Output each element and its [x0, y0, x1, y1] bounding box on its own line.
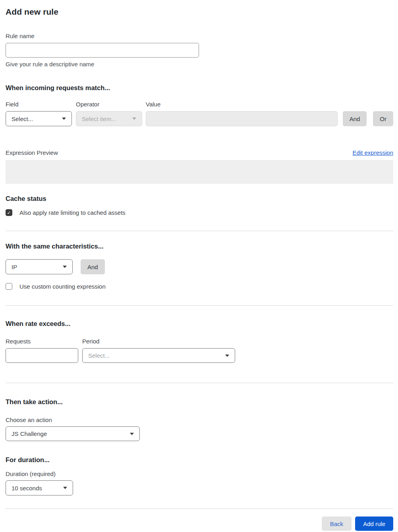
- field-select-value: Select...: [12, 116, 33, 122]
- value-column: Value: [146, 101, 338, 126]
- period-column: Period Select...: [82, 338, 235, 363]
- rule-name-block: Rule name Give your rule a descriptive n…: [6, 33, 393, 67]
- chevron-down-icon: [63, 266, 67, 268]
- field-column: Field Select...: [6, 101, 72, 126]
- period-select-value: Select...: [88, 352, 110, 359]
- operator-select: Select item...: [76, 111, 142, 126]
- section-heading-characteristics: With the same characteristics...: [6, 243, 393, 250]
- section-heading-cache: Cache status: [6, 195, 393, 202]
- value-input: [146, 111, 338, 126]
- rule-name-input[interactable]: [6, 43, 199, 58]
- period-select[interactable]: Select...: [82, 348, 235, 363]
- add-rule-button[interactable]: Add rule: [355, 517, 393, 531]
- duration-label: Duration (required): [6, 470, 393, 477]
- rule-name-label: Rule name: [6, 33, 393, 39]
- page-title: Add new rule: [6, 7, 393, 17]
- cache-assets-checkbox[interactable]: ✓: [6, 209, 12, 216]
- rule-name-helper: Give your rule a descriptive name: [6, 61, 393, 67]
- check-icon: ✓: [7, 210, 11, 215]
- operator-label: Operator: [76, 101, 142, 108]
- action-select[interactable]: JS Challenge: [6, 426, 140, 441]
- and-characteristic-button[interactable]: And: [81, 259, 105, 274]
- chevron-down-icon: [130, 433, 134, 435]
- field-select[interactable]: Select...: [6, 111, 72, 126]
- section-heading-rate: When rate exceeds...: [6, 320, 393, 328]
- cache-checkbox-row: ✓ Also apply rate limiting to cached ass…: [6, 209, 393, 216]
- form-footer: Back Add rule: [6, 517, 393, 532]
- period-label: Period: [82, 338, 235, 345]
- section-heading-match: When incoming requests match...: [6, 84, 393, 92]
- requests-column: Requests: [6, 338, 78, 363]
- duration-select[interactable]: 10 seconds: [6, 480, 73, 495]
- operator-column: Operator Select item...: [76, 101, 142, 126]
- expression-preview-label: Expression Preview: [6, 149, 58, 156]
- or-condition-button[interactable]: Or: [373, 111, 393, 126]
- and-condition-button[interactable]: And: [343, 111, 367, 126]
- counting-expression-row: Use custom counting expression: [6, 283, 393, 290]
- expression-preview-header: Expression Preview Edit expression: [6, 149, 393, 156]
- chevron-down-icon: [63, 487, 67, 489]
- chevron-down-icon: [225, 355, 229, 357]
- add-rule-form: Add new rule Rule name Give your rule a …: [0, 0, 398, 532]
- action-select-value: JS Challenge: [12, 430, 47, 437]
- custom-counting-checkbox[interactable]: [6, 283, 12, 290]
- action-label: Choose an action: [6, 416, 393, 423]
- field-label: Field: [6, 101, 72, 108]
- characteristic-select-value: IP: [12, 264, 17, 270]
- expression-preview-box: [6, 160, 393, 184]
- characteristic-select[interactable]: IP: [6, 259, 73, 274]
- back-button[interactable]: Back: [322, 517, 352, 531]
- edit-expression-link[interactable]: Edit expression: [352, 149, 393, 156]
- operator-select-value: Select item...: [82, 116, 116, 122]
- duration-select-value: 10 seconds: [12, 485, 42, 492]
- section-divider: [6, 509, 393, 509]
- section-heading-action: Then take action...: [6, 398, 393, 406]
- chevron-down-icon: [132, 118, 136, 120]
- match-condition-row: Field Select... Operator Select item... …: [6, 101, 393, 126]
- section-divider: [6, 305, 393, 306]
- section-heading-duration: For duration...: [6, 456, 393, 464]
- characteristics-row: IP And: [6, 259, 393, 274]
- rate-row: Requests Period Select...: [6, 338, 393, 363]
- section-divider: [6, 383, 393, 383]
- counting-checkbox-label: Use custom counting expression: [19, 283, 106, 290]
- cache-checkbox-label: Also apply rate limiting to cached asset…: [19, 209, 126, 216]
- requests-label: Requests: [6, 338, 78, 345]
- chevron-down-icon: [62, 118, 66, 120]
- section-divider: [6, 231, 393, 231]
- value-label: Value: [146, 101, 338, 108]
- requests-input[interactable]: [6, 348, 78, 363]
